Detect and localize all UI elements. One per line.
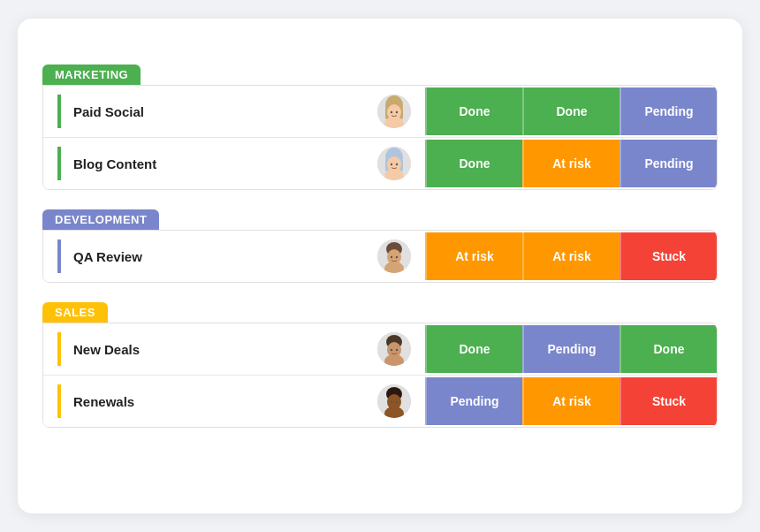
row-accent-strip <box>57 95 61 128</box>
row-left: QA Review <box>43 231 425 282</box>
status-cells: DonePendingDone <box>425 325 717 373</box>
status-cell-done[interactable]: Done <box>425 325 522 373</box>
status-cells: DoneDonePending <box>425 87 717 135</box>
group-body-sales: New Deals DonePendingDoneRenewals Pendin… <box>42 323 718 428</box>
row-accent-strip <box>57 239 61 273</box>
svg-point-32 <box>396 401 398 403</box>
status-cells: At riskAt riskStuck <box>425 232 717 280</box>
status-cell-pending[interactable]: Pending <box>425 377 522 425</box>
row-accent-strip <box>57 384 61 418</box>
avatar <box>377 384 411 418</box>
table-row[interactable]: Renewals PendingAt riskStuck <box>43 376 717 427</box>
svg-point-14 <box>396 163 398 165</box>
row-name: Paid Social <box>73 104 365 119</box>
svg-point-6 <box>396 111 398 113</box>
status-cell-at-risk[interactable]: At risk <box>522 140 619 187</box>
status-cell-at-risk[interactable]: At risk <box>425 232 522 280</box>
svg-point-26 <box>396 349 398 351</box>
group-sales: SALESNew Deals DonePendingDoneRenewals P… <box>42 302 718 428</box>
row-name: Renewals <box>73 394 365 409</box>
row-left: New Deals <box>43 323 425 375</box>
group-marketing: MARKETINGPaid Social DoneDonePendingBlog… <box>42 65 718 190</box>
svg-point-31 <box>391 401 392 403</box>
row-left: Paid Social <box>43 86 425 137</box>
svg-point-19 <box>391 256 392 258</box>
row-name: QA Review <box>73 249 365 264</box>
group-development: DEVELOPMENTQA Review At riskAt riskStuck <box>42 209 718 283</box>
svg-point-25 <box>391 349 392 351</box>
status-cell-at-risk[interactable]: At risk <box>522 377 619 425</box>
avatar <box>377 95 411 128</box>
status-cell-done[interactable]: Done <box>619 325 717 373</box>
status-cell-stuck[interactable]: Stuck <box>619 377 717 425</box>
table-row[interactable]: Blog Content DoneAt riskPending <box>43 138 717 189</box>
avatar <box>377 332 411 366</box>
row-accent-strip <box>57 147 61 180</box>
status-cell-pending[interactable]: Pending <box>619 87 717 135</box>
status-cell-stuck[interactable]: Stuck <box>619 232 717 280</box>
group-header-development: DEVELOPMENT <box>42 209 159 230</box>
group-header-marketing: MARKETING <box>42 65 141 85</box>
main-card: MARKETINGPaid Social DoneDonePendingBlog… <box>18 19 742 513</box>
svg-point-5 <box>391 111 392 113</box>
status-cell-pending[interactable]: Pending <box>619 140 717 187</box>
status-cells: DoneAt riskPending <box>425 140 717 187</box>
status-cell-done[interactable]: Done <box>522 87 619 135</box>
status-cell-done[interactable]: Done <box>425 87 522 135</box>
svg-point-13 <box>391 163 392 165</box>
row-accent-strip <box>57 332 61 366</box>
row-name: Blog Content <box>73 156 365 171</box>
group-header-sales: SALES <box>42 302 108 323</box>
group-body-marketing: Paid Social DoneDonePendingBlog Content … <box>42 85 718 190</box>
avatar <box>377 239 411 273</box>
avatar <box>377 147 411 180</box>
svg-point-20 <box>396 256 398 258</box>
status-cell-done[interactable]: Done <box>425 140 522 187</box>
table-row[interactable]: QA Review At riskAt riskStuck <box>43 231 717 282</box>
status-cell-pending[interactable]: Pending <box>522 325 619 373</box>
table-row[interactable]: New Deals DonePendingDone <box>43 323 717 376</box>
table-row[interactable]: Paid Social DoneDonePending <box>43 86 717 138</box>
row-name: New Deals <box>73 342 365 357</box>
group-body-development: QA Review At riskAt riskStuck <box>42 230 718 283</box>
row-left: Renewals <box>43 376 425 427</box>
status-cell-at-risk[interactable]: At risk <box>522 232 619 280</box>
row-left: Blog Content <box>43 138 425 189</box>
status-cells: PendingAt riskStuck <box>425 377 717 425</box>
